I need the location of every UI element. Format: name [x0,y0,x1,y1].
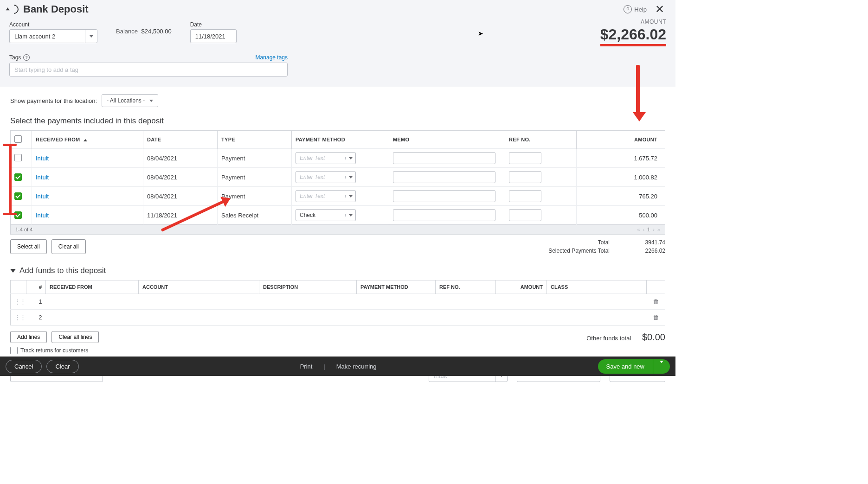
cell-amount[interactable] [496,294,547,310]
ref-input[interactable] [509,190,541,202]
table-row: Intuit 08/04/2021 Payment Enter Text 1,6… [11,149,665,168]
drag-handle-icon[interactable]: ⋮⋮ [14,298,26,305]
chevron-down-icon [345,195,355,197]
track-returns-checkbox[interactable] [10,347,18,354]
manage-tags-link[interactable]: Manage tags [256,54,288,61]
history-icon[interactable] [7,3,20,16]
save-dropdown-toggle[interactable] [653,359,670,374]
help-link[interactable]: ? Help [624,5,647,13]
chevron-down-icon [10,269,16,273]
pager-range: 1-4 of 4 [15,227,32,232]
footer-bar: Cancel Clear Print | Make recurring Save… [0,357,675,376]
col-memo[interactable]: MEMO [389,131,505,149]
make-recurring-link[interactable]: Make recurring [336,363,377,370]
col-received-from[interactable]: RECEIVED FROM [32,131,143,149]
received-from-link[interactable]: Intuit [36,155,49,162]
cancel-button[interactable]: Cancel [6,360,42,373]
ref-input[interactable] [509,209,541,221]
row-checkbox[interactable] [14,154,22,161]
add-lines-button[interactable]: Add lines [10,331,47,343]
cell-received-from[interactable] [46,294,139,310]
funds-section-toggle[interactable]: Add funds to this deposit [10,256,665,280]
col-account: ACCOUNT [139,280,259,294]
select-all-checkbox[interactable] [14,135,22,143]
payments-table: RECEIVED FROM DATE TYPE PAYMENT METHOD M… [10,130,665,225]
row-amount: 500.00 [577,206,665,225]
cell-payment-method[interactable] [357,294,436,310]
account-selected-value: Liam account 2 [10,33,85,40]
row-date: 11/18/2021 [143,206,218,225]
cell-account[interactable] [139,310,259,325]
row-checkbox[interactable] [14,192,22,200]
cell-description[interactable] [259,310,357,325]
close-icon[interactable]: ✕ [653,3,666,16]
clear-all-lines-button[interactable]: Clear all lines [51,331,99,343]
chevron-down-icon [345,214,355,217]
received-from-link[interactable]: Intuit [36,212,49,219]
cell-description[interactable] [259,294,357,310]
row-checkbox[interactable] [14,173,22,181]
cell-class[interactable] [547,310,647,325]
col-amount: AMOUNT [496,280,547,294]
help-icon[interactable]: ? [23,54,30,61]
date-input[interactable]: 11/18/2021 [190,29,237,43]
col-amount[interactable]: AMOUNT [577,131,665,149]
drag-handle-icon[interactable]: ⋮⋮ [14,314,26,321]
cell-ref[interactable] [436,310,496,325]
account-balance: Balance $24,500.00 [116,28,172,37]
memo-input[interactable] [393,152,495,164]
received-from-link[interactable]: Intuit [36,193,49,200]
select-all-button[interactable]: Select all [10,239,47,254]
row-checkbox[interactable] [14,211,22,219]
cell-received-from[interactable] [46,310,139,325]
memo-input[interactable] [393,209,495,221]
totals: Total 3941.74 Selected Payments Total 22… [526,239,665,254]
row-date: 08/04/2021 [143,149,218,168]
clear-button[interactable]: Clear [46,360,78,373]
cell-amount[interactable] [496,310,547,325]
memo-input[interactable] [393,171,495,183]
sort-asc-icon [84,139,87,141]
payment-method-select[interactable]: Check [296,209,356,221]
payment-method-select[interactable]: Enter Text [296,152,356,164]
payment-method-select[interactable]: Enter Text [296,190,356,202]
track-returns-label: Track returns for customers [20,347,88,354]
cell-ref[interactable] [436,294,496,310]
location-select[interactable]: - All Locations - [102,94,158,107]
account-field-label: Account [9,21,97,28]
col-type[interactable]: TYPE [218,131,292,149]
chevron-down-icon [345,157,355,159]
col-description: DESCRIPTION [259,280,357,294]
cell-account[interactable] [139,294,259,310]
account-select[interactable]: Liam account 2 [9,29,97,43]
funds-table: # RECEIVED FROM ACCOUNT DESCRIPTION PAYM… [10,280,665,325]
table-row: Intuit 11/18/2021 Sales Receipt Check 50… [11,206,665,225]
amount-value: $2,266.02 [600,26,666,43]
save-and-new-button[interactable]: Save and new [598,359,670,374]
ref-input[interactable] [509,171,541,183]
ref-input[interactable] [509,152,541,164]
payment-method-select[interactable]: Enter Text [296,171,356,183]
cursor-icon: ➤ [478,30,483,37]
payments-section-title: Select the payments included in this dep… [10,113,665,130]
row-date: 08/04/2021 [143,168,218,187]
col-date[interactable]: DATE [143,131,218,149]
tags-label: Tags ? [9,54,30,61]
print-link[interactable]: Print [300,363,313,370]
pager[interactable]: «‹1›» [637,227,660,232]
date-field-label: Date [190,21,237,28]
cell-payment-method[interactable] [357,310,436,325]
payments-table-footer: 1-4 of 4 «‹1›» [10,225,665,235]
trash-icon[interactable]: 🗑 [653,314,659,321]
chevron-down-icon [149,100,153,102]
clear-all-button[interactable]: Clear all [51,239,86,254]
memo-input[interactable] [393,190,495,202]
col-payment-method[interactable]: PAYMENT METHOD [292,131,389,149]
row-type: Payment [218,168,292,187]
row-number: 2 [26,310,46,325]
trash-icon[interactable]: 🗑 [653,298,659,305]
tags-input[interactable]: Start typing to add a tag [9,63,288,76]
received-from-link[interactable]: Intuit [36,174,49,181]
cell-class[interactable] [547,294,647,310]
col-ref[interactable]: REF NO. [505,131,577,149]
